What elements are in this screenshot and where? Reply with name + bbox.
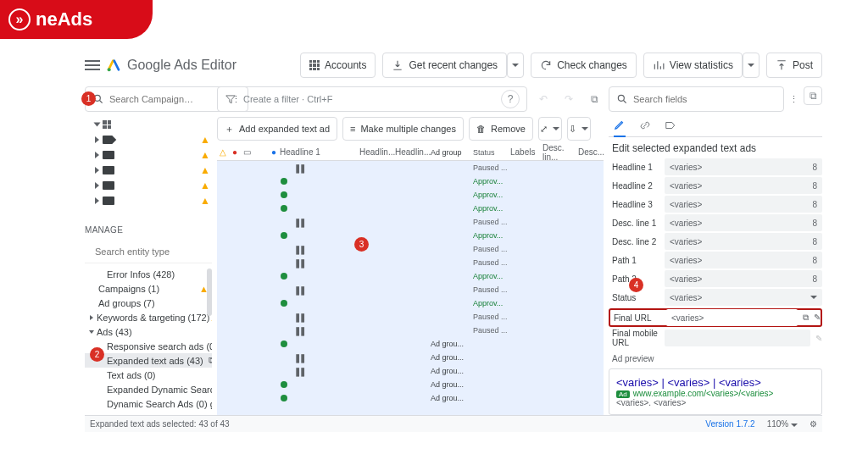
table-row[interactable]: Ad grou...: [217, 378, 604, 391]
table-row[interactable]: Approv...: [217, 269, 604, 283]
accounts-button[interactable]: Accounts: [300, 53, 376, 78]
callout-4: 4: [629, 278, 643, 292]
pencil-icon[interactable]: ✎: [815, 334, 822, 343]
svg-point-3: [618, 95, 624, 101]
filter-bar[interactable]: Create a filter · Ctrl+F ?: [217, 86, 527, 112]
entity-item[interactable]: Ad groups (7): [85, 296, 212, 310]
entity-item[interactable]: Expanded Dynamic Search A...: [85, 382, 212, 396]
download-grid-icon[interactable]: ⇩: [567, 117, 591, 141]
post-button[interactable]: Post: [766, 53, 822, 78]
preview-headline: <varies> | <varies> | <varies>: [616, 376, 815, 389]
open-icon[interactable]: ⧉: [803, 313, 809, 323]
add-button[interactable]: ＋ Add expanded text ad: [217, 117, 337, 141]
table-row[interactable]: ❚❚Ad grou...: [217, 351, 604, 364]
table-row[interactable]: Ad grou...: [217, 337, 604, 351]
panel-right: ⋮ ⧉ Edit selected expanded text ads Head…: [609, 86, 822, 432]
table-row[interactable]: Approv...: [217, 229, 604, 242]
entity-search[interactable]: ⋮: [85, 240, 212, 263]
settings-icon[interactable]: ⚙: [810, 419, 817, 429]
table-row[interactable]: Approv...: [217, 202, 604, 215]
tree-account[interactable]: [85, 117, 212, 132]
table-row[interactable]: ❚❚Paused ...: [217, 310, 604, 324]
download-icon: [392, 59, 403, 71]
app-title: Google Ads Editor: [127, 58, 236, 73]
topbar: Google Ads Editor Accounts Get recent ch…: [85, 51, 822, 80]
pause-icon: ❚❚: [294, 326, 304, 335]
label-icon: [665, 119, 676, 131]
folder-icon: [103, 151, 114, 159]
scrollbar[interactable]: [207, 269, 212, 316]
table-row[interactable]: ❚❚Paused ...: [217, 161, 604, 174]
view-stats-button[interactable]: View statistics: [643, 53, 743, 78]
grid-icon: [309, 60, 320, 70]
warning-col-icon: △: [217, 147, 229, 157]
table-row[interactable]: ❚❚Paused ...: [217, 215, 604, 229]
brand-badge: neAds: [0, 0, 153, 39]
entity-item[interactable]: Ads (43): [85, 324, 212, 339]
entity-item[interactable]: Campaigns (1)▲: [85, 281, 212, 296]
search-fields[interactable]: [609, 86, 784, 112]
pause-icon: ❚❚: [294, 367, 304, 376]
tab-link[interactable]: [639, 114, 651, 137]
table-row[interactable]: Approv...: [217, 174, 604, 188]
get-recent-button[interactable]: Get recent changes: [382, 53, 507, 78]
table-row[interactable]: Ad grou...: [217, 391, 604, 405]
search-campaign-input[interactable]: [109, 94, 226, 104]
stats-dropdown[interactable]: [743, 53, 760, 78]
tab-label[interactable]: [665, 114, 676, 137]
tree-item[interactable]: ▲: [85, 132, 212, 147]
zoom-level[interactable]: 110%: [767, 419, 798, 429]
warning-icon: ▲: [200, 134, 210, 146]
tree-item[interactable]: ▲: [85, 193, 212, 208]
callout-2: 2: [90, 347, 104, 362]
external-icon[interactable]: ⧉: [585, 90, 604, 108]
table-row[interactable]: ❚❚Paused ...: [217, 256, 604, 269]
popout-icon[interactable]: ⧉: [804, 86, 822, 105]
tree-item[interactable]: ▲: [85, 178, 212, 193]
table-row[interactable]: Approv...: [217, 296, 604, 310]
pencil-icon[interactable]: ✎: [814, 313, 821, 323]
chevron-down-icon: [791, 424, 798, 427]
campaign-tree: ▲ ▲ ▲ ▲ ▲: [85, 117, 212, 208]
entity-item[interactable]: Dynamic Search Ads (0) grou...: [85, 396, 212, 411]
version-text: Version 1.7.2: [705, 419, 754, 429]
menu-icon[interactable]: [85, 60, 100, 70]
preview-desc: <varies>. <varies>: [616, 398, 815, 407]
search-icon: [616, 93, 628, 105]
help-icon[interactable]: ?: [501, 90, 520, 108]
entity-item[interactable]: Responsive search ads (0): [85, 339, 212, 353]
tree-item[interactable]: ▲: [85, 147, 212, 163]
tree-item[interactable]: ▲: [85, 163, 212, 178]
grid-body[interactable]: ❚❚Paused ...Approv...Approv...Approv...❚…: [217, 161, 604, 422]
table-row[interactable]: ❚❚Paused ...: [217, 283, 604, 296]
popout-icon[interactable]: ⧉: [209, 355, 212, 366]
table-row[interactable]: ❚❚Paused ...: [217, 242, 604, 256]
multi-button[interactable]: ≡ Make multiple changes: [342, 117, 464, 141]
statusbar: Expanded text ads selected: 43 of 43 Ver…: [85, 415, 822, 432]
entity-item[interactable]: Error Infos (428): [85, 267, 212, 281]
check-changes-button[interactable]: Check changes: [531, 53, 637, 78]
redo-icon[interactable]: ↷: [559, 90, 578, 108]
table-row[interactable]: ❚❚Ad grou...: [217, 364, 604, 378]
entity-item[interactable]: Text ads (0): [85, 368, 212, 382]
pause-icon: ❚❚: [294, 218, 304, 227]
folder-icon: [103, 181, 114, 190]
more-icon[interactable]: ⋮: [789, 86, 798, 112]
preview-url: Adwww.example.com/<varies>/<varies>: [616, 389, 815, 398]
table-row[interactable]: Approv...: [217, 188, 604, 202]
get-recent-dropdown[interactable]: [507, 53, 524, 78]
filter-icon: [225, 93, 236, 105]
manage-heading: MANAGE: [85, 225, 212, 235]
tab-edit[interactable]: [614, 114, 626, 137]
remove-button[interactable]: 🗑 Remove: [469, 117, 533, 141]
table-row[interactable]: ❚❚Paused ...: [217, 324, 604, 337]
bar-chart-icon: [653, 59, 665, 71]
pause-icon: ❚❚: [294, 258, 304, 268]
callout-3: 3: [354, 237, 369, 252]
entity-item[interactable]: Keywords & targeting (172)▲: [85, 310, 212, 324]
panel-left: ⋮ ▲ ▲ ▲ ▲ ▲ MANAGE ⋮: [85, 86, 212, 432]
expand-icon[interactable]: ⤢: [538, 117, 562, 141]
undo-icon[interactable]: ↶: [534, 90, 553, 108]
brand-ring-icon: [8, 8, 31, 30]
right-tabs: [609, 114, 822, 137]
